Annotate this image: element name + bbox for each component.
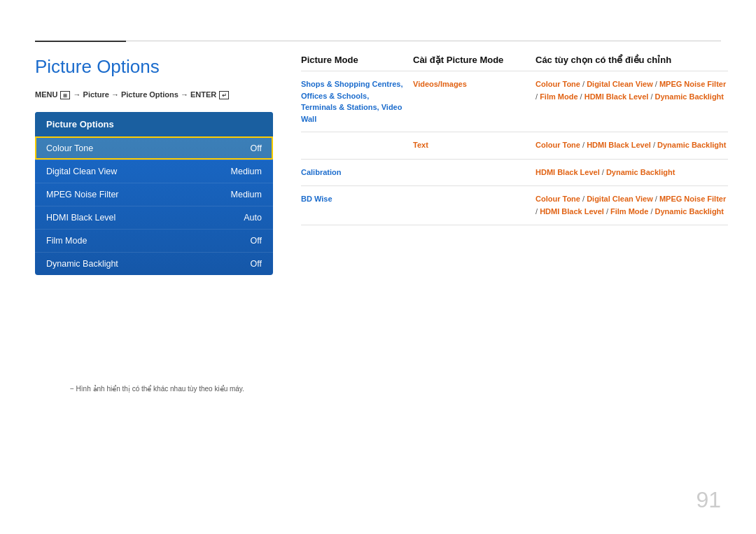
cell-cac-tuy-calibration: HDMI Black Level / Dynamic Backlight — [536, 167, 728, 179]
mpeg-noise-filter-value: Medium — [231, 190, 262, 199]
cell-cac-tuy-bd-wise: Colour Tone / Digital Clean View / MPEG … — [536, 193, 728, 218]
left-section: Picture Options MENU ⊞ → Picture → Pictu… — [35, 56, 273, 275]
table-row: Shops & Shopping Centres, Offices & Scho… — [301, 71, 728, 132]
hdmi-black-level-label: HDMI Black Level — [46, 213, 115, 223]
table-body: Shops & Shopping Centres, Offices & Scho… — [301, 71, 728, 225]
cell-cai-dat-videos: Videos/Images — [413, 78, 536, 90]
cell-picture-mode-shops: Shops & Shopping Centres, Offices & Scho… — [301, 78, 413, 125]
menu-item-mpeg-noise-filter[interactable]: MPEG Noise Filter Medium — [35, 183, 273, 206]
col-header-cai-dat: Cài đặt Picture Mode — [413, 55, 536, 65]
col-header-picture-mode: Picture Mode — [301, 55, 413, 65]
top-divider — [35, 41, 721, 41]
picture-options-menu: Picture Options Colour Tone Off Digital … — [35, 112, 273, 275]
menu-item-film-mode[interactable]: Film Mode Off — [35, 229, 273, 252]
cell-cac-tuy-text: Colour Tone / HDMI Black Level / Dynamic… — [536, 139, 728, 152]
menu-item-colour-tone[interactable]: Colour Tone Off — [35, 136, 273, 160]
colour-tone-label: Colour Tone — [46, 143, 93, 153]
cell-picture-mode-calibration: Calibration — [301, 167, 413, 178]
film-mode-value: Off — [251, 236, 262, 246]
digital-clean-view-label: Digital Clean View — [46, 167, 117, 176]
dynamic-backlight-label: Dynamic Backlight — [46, 259, 118, 269]
digital-clean-view-value: Medium — [231, 167, 262, 176]
page-title: Picture Options — [35, 56, 273, 78]
cell-cac-tuy-videos: Colour Tone / Digital Clean View / MPEG … — [536, 78, 728, 103]
table-row: Text Colour Tone / HDMI Black Level / Dy… — [301, 132, 728, 160]
table-row: BD Wise Colour Tone / Digital Clean View… — [301, 186, 728, 225]
menu-item-dynamic-backlight[interactable]: Dynamic Backlight Off — [35, 252, 273, 275]
mpeg-noise-filter-label: MPEG Noise Filter — [46, 190, 119, 199]
dynamic-backlight-value: Off — [251, 259, 262, 269]
colour-tone-value: Off — [251, 143, 262, 153]
note-text: − Hình ảnh hiển thị có thể khác nhau tùy… — [70, 385, 244, 393]
menu-item-hdmi-black-level[interactable]: HDMI Black Level Auto — [35, 206, 273, 229]
table-row: Calibration HDMI Black Level / Dynamic B… — [301, 160, 728, 187]
col-header-cac-tuy: Các tùy chọn có thể điều chỉnh — [536, 55, 728, 65]
menu-path: MENU ⊞ → Picture → Picture Options → ENT… — [35, 90, 273, 99]
page-container: Picture Options MENU ⊞ → Picture → Pictu… — [0, 0, 756, 534]
cell-cai-dat-text: Text — [413, 139, 536, 151]
hdmi-black-level-value: Auto — [244, 213, 262, 223]
table-header: Picture Mode Cài đặt Picture Mode Các tù… — [301, 55, 728, 71]
title-accent — [35, 41, 126, 42]
menu-header: Picture Options — [35, 112, 273, 136]
right-section: Picture Mode Cài đặt Picture Mode Các tù… — [301, 55, 728, 225]
film-mode-label: Film Mode — [46, 236, 87, 246]
page-number: 91 — [696, 487, 721, 513]
cell-picture-mode-bd-wise: BD Wise — [301, 193, 413, 205]
menu-item-digital-clean-view[interactable]: Digital Clean View Medium — [35, 160, 273, 183]
